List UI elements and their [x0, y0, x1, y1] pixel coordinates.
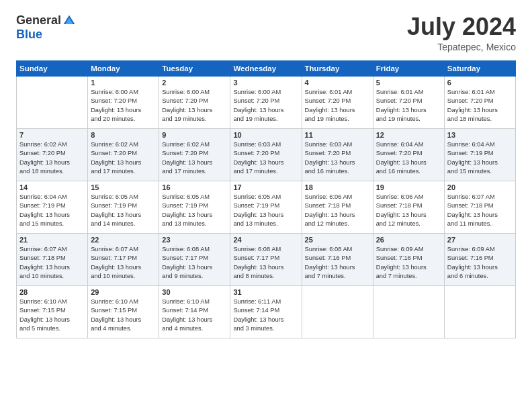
col-saturday: Saturday	[444, 60, 515, 76]
calendar-week-row: 7Sunrise: 6:02 AMSunset: 7:20 PMDaylight…	[17, 128, 516, 181]
day-number: 21	[19, 236, 85, 244]
calendar-week-row: 1Sunrise: 6:00 AMSunset: 7:20 PMDaylight…	[17, 76, 516, 128]
col-wednesday: Wednesday	[230, 60, 302, 76]
day-number: 20	[447, 183, 513, 191]
day-number: 3	[233, 79, 298, 87]
day-info: Sunrise: 6:11 AMSunset: 7:14 PMDaylight:…	[233, 298, 298, 334]
day-number: 23	[162, 236, 227, 244]
day-info: Sunrise: 6:00 AMSunset: 7:20 PMDaylight:…	[162, 88, 227, 124]
day-info: Sunrise: 6:00 AMSunset: 7:20 PMDaylight:…	[91, 88, 156, 124]
day-info: Sunrise: 6:10 AMSunset: 7:14 PMDaylight:…	[162, 298, 227, 334]
day-number: 29	[91, 288, 156, 296]
day-info: Sunrise: 6:01 AMSunset: 7:20 PMDaylight:…	[447, 88, 513, 124]
table-row: 4Sunrise: 6:01 AMSunset: 7:20 PMDaylight…	[302, 76, 373, 128]
col-sunday: Sunday	[17, 60, 88, 76]
day-info: Sunrise: 6:01 AMSunset: 7:20 PMDaylight:…	[305, 88, 370, 124]
table-row: 3Sunrise: 6:00 AMSunset: 7:20 PMDaylight…	[230, 76, 302, 128]
table-row: 8Sunrise: 6:02 AMSunset: 7:20 PMDaylight…	[88, 128, 159, 181]
day-number: 19	[376, 183, 441, 191]
day-info: Sunrise: 6:04 AMSunset: 7:19 PMDaylight:…	[447, 140, 513, 177]
day-number: 24	[233, 236, 298, 244]
day-info: Sunrise: 6:07 AMSunset: 7:18 PMDaylight:…	[19, 245, 85, 281]
day-info: Sunrise: 6:07 AMSunset: 7:18 PMDaylight:…	[447, 193, 513, 229]
day-number: 28	[19, 288, 85, 296]
day-number: 1	[91, 79, 156, 87]
location: Tepatepec, Mexico	[407, 42, 516, 52]
day-number: 9	[162, 131, 227, 139]
table-row: 22Sunrise: 6:07 AMSunset: 7:17 PMDayligh…	[88, 233, 159, 285]
table-row: 11Sunrise: 6:03 AMSunset: 7:20 PMDayligh…	[302, 128, 373, 181]
table-row: 13Sunrise: 6:04 AMSunset: 7:19 PMDayligh…	[444, 128, 515, 181]
day-info: Sunrise: 6:08 AMSunset: 7:17 PMDaylight:…	[162, 245, 227, 281]
day-number: 7	[19, 131, 85, 139]
col-thursday: Thursday	[302, 60, 373, 76]
day-number: 17	[233, 183, 298, 191]
table-row	[302, 285, 373, 338]
table-row: 24Sunrise: 6:08 AMSunset: 7:17 PMDayligh…	[230, 233, 302, 285]
table-row: 10Sunrise: 6:03 AMSunset: 7:20 PMDayligh…	[230, 128, 302, 181]
day-info: Sunrise: 6:04 AMSunset: 7:20 PMDaylight:…	[376, 140, 441, 177]
day-info: Sunrise: 6:08 AMSunset: 7:16 PMDaylight:…	[305, 245, 370, 281]
day-info: Sunrise: 6:00 AMSunset: 7:20 PMDaylight:…	[233, 88, 298, 124]
day-number: 5	[376, 79, 441, 87]
logo-general: General	[16, 13, 61, 28]
table-row: 5Sunrise: 6:01 AMSunset: 7:20 PMDaylight…	[373, 76, 444, 128]
table-row: 21Sunrise: 6:07 AMSunset: 7:18 PMDayligh…	[17, 233, 88, 285]
day-number: 10	[233, 131, 298, 139]
day-info: Sunrise: 6:10 AMSunset: 7:15 PMDaylight:…	[19, 298, 85, 334]
table-row	[17, 76, 88, 128]
calendar-week-row: 28Sunrise: 6:10 AMSunset: 7:15 PMDayligh…	[17, 285, 516, 338]
day-number: 2	[162, 79, 227, 87]
day-info: Sunrise: 6:05 AMSunset: 7:19 PMDaylight:…	[91, 193, 156, 229]
calendar-week-row: 21Sunrise: 6:07 AMSunset: 7:18 PMDayligh…	[17, 233, 516, 285]
day-info: Sunrise: 6:10 AMSunset: 7:15 PMDaylight:…	[91, 298, 156, 334]
day-number: 8	[91, 131, 156, 139]
day-number: 25	[305, 236, 370, 244]
day-info: Sunrise: 6:08 AMSunset: 7:17 PMDaylight:…	[233, 245, 298, 281]
day-number: 18	[305, 183, 370, 191]
day-number: 4	[305, 79, 370, 87]
table-row: 12Sunrise: 6:04 AMSunset: 7:20 PMDayligh…	[373, 128, 444, 181]
day-info: Sunrise: 6:06 AMSunset: 7:18 PMDaylight:…	[376, 193, 441, 229]
table-row: 30Sunrise: 6:10 AMSunset: 7:14 PMDayligh…	[159, 285, 230, 338]
day-info: Sunrise: 6:05 AMSunset: 7:19 PMDaylight:…	[233, 193, 298, 229]
day-number: 15	[91, 183, 156, 191]
day-info: Sunrise: 6:06 AMSunset: 7:18 PMDaylight:…	[305, 193, 370, 229]
day-info: Sunrise: 6:03 AMSunset: 7:20 PMDaylight:…	[233, 140, 298, 177]
table-row: 27Sunrise: 6:09 AMSunset: 7:16 PMDayligh…	[444, 233, 515, 285]
calendar-week-row: 14Sunrise: 6:04 AMSunset: 7:19 PMDayligh…	[17, 181, 516, 233]
day-info: Sunrise: 6:02 AMSunset: 7:20 PMDaylight:…	[19, 140, 85, 177]
calendar-table: Sunday Monday Tuesday Wednesday Thursday…	[16, 60, 516, 338]
day-info: Sunrise: 6:04 AMSunset: 7:19 PMDaylight:…	[19, 193, 85, 229]
day-number: 6	[447, 79, 513, 87]
day-info: Sunrise: 6:01 AMSunset: 7:20 PMDaylight:…	[376, 88, 441, 124]
day-number: 16	[162, 183, 227, 191]
day-number: 30	[162, 288, 227, 296]
logo-icon	[62, 14, 76, 28]
table-row: 15Sunrise: 6:05 AMSunset: 7:19 PMDayligh…	[88, 181, 159, 233]
table-row: 19Sunrise: 6:06 AMSunset: 7:18 PMDayligh…	[373, 181, 444, 233]
day-number: 13	[447, 131, 513, 139]
table-row: 28Sunrise: 6:10 AMSunset: 7:15 PMDayligh…	[17, 285, 88, 338]
table-row: 1Sunrise: 6:00 AMSunset: 7:20 PMDaylight…	[88, 76, 159, 128]
logo-blue: Blue	[16, 28, 42, 42]
table-row	[373, 285, 444, 338]
month-title: July 2024	[407, 13, 516, 40]
table-row: 18Sunrise: 6:06 AMSunset: 7:18 PMDayligh…	[302, 181, 373, 233]
day-number: 26	[376, 236, 441, 244]
table-row: 14Sunrise: 6:04 AMSunset: 7:19 PMDayligh…	[17, 181, 88, 233]
day-number: 27	[447, 236, 513, 244]
table-row: 17Sunrise: 6:05 AMSunset: 7:19 PMDayligh…	[230, 181, 302, 233]
day-number: 14	[19, 183, 85, 191]
page-header: General Blue July 2024 Tepatepec, Mexico	[16, 13, 516, 52]
table-row: 6Sunrise: 6:01 AMSunset: 7:20 PMDaylight…	[444, 76, 515, 128]
title-area: July 2024 Tepatepec, Mexico	[407, 13, 516, 52]
day-info: Sunrise: 6:02 AMSunset: 7:20 PMDaylight:…	[91, 140, 156, 177]
table-row: 31Sunrise: 6:11 AMSunset: 7:14 PMDayligh…	[230, 285, 302, 338]
table-row: 29Sunrise: 6:10 AMSunset: 7:15 PMDayligh…	[88, 285, 159, 338]
logo: General Blue	[16, 13, 76, 42]
calendar-page: General Blue July 2024 Tepatepec, Mexico…	[0, 0, 532, 411]
table-row	[444, 285, 515, 338]
table-row: 23Sunrise: 6:08 AMSunset: 7:17 PMDayligh…	[159, 233, 230, 285]
header-row: Sunday Monday Tuesday Wednesday Thursday…	[17, 60, 516, 76]
